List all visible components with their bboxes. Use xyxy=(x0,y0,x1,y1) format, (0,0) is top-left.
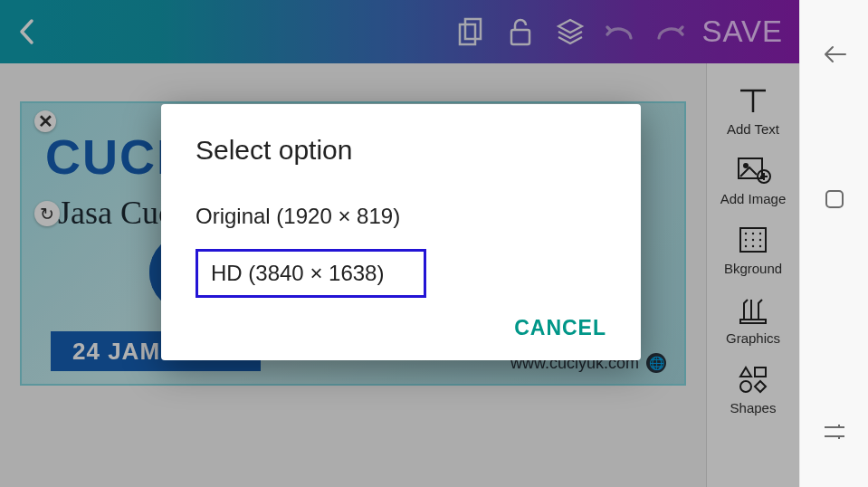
arrow-left-icon xyxy=(822,43,847,65)
app-root: SAVE CUCI Jasa Cuci ✕ ↻ 5 D 24 JAM BUKA … xyxy=(0,0,868,487)
dialog-title: Select option xyxy=(196,135,606,166)
recents-icon xyxy=(823,424,846,442)
select-option-dialog: Select option Original (1920 × 819) HD (… xyxy=(161,104,641,360)
system-home-button[interactable] xyxy=(800,145,869,253)
dialog-actions: CANCEL xyxy=(196,316,606,340)
system-recents-button[interactable] xyxy=(800,378,869,487)
system-nav-bar xyxy=(799,0,868,487)
option-hd[interactable]: HD (3840 × 1638) xyxy=(196,249,426,298)
system-back-button[interactable] xyxy=(800,0,869,109)
cancel-button[interactable]: CANCEL xyxy=(514,316,606,340)
svg-rect-19 xyxy=(826,191,843,207)
option-original[interactable]: Original (1920 × 819) xyxy=(196,193,606,240)
square-icon xyxy=(824,188,845,210)
